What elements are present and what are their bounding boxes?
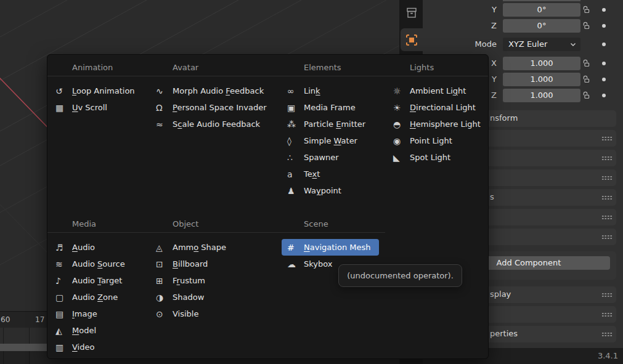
keyframe-dot[interactable] [602, 62, 606, 65]
menu-item-label: Audio [72, 243, 95, 252]
menu-item-shadow[interactable]: ◑Shadow [150, 289, 273, 305]
menu-item-particle-emitter[interactable]: ⁂Particle Emitter [282, 116, 379, 132]
frame-number: 17 [35, 315, 44, 324]
keyframe-dot[interactable] [602, 94, 606, 97]
tab-tool[interactable] [401, 2, 423, 23]
menu-item-label: Audio Source [72, 259, 125, 269]
menu-item-list: ∿Morph Audio FeedbackΩPersonal Space Inv… [148, 76, 279, 132]
menu-item-label: Scale Audio Feedback [173, 119, 260, 129]
morph-curve-icon: ∿ [156, 87, 173, 95]
menu-item-audio[interactable]: ♬Audio [50, 239, 142, 256]
menu-item-spawner[interactable]: ∴Spawner [282, 149, 379, 166]
menu-item-label: Model [72, 326, 96, 335]
scale-wave-icon: ≈ [156, 120, 173, 129]
audio-zone-cube-icon: ▢ [55, 293, 72, 302]
partial-field [503, 0, 580, 1]
tab-object-properties[interactable] [401, 28, 423, 51]
drag-grip-icon[interactable] [601, 293, 613, 297]
audio-waves-icon: ≋ [55, 260, 72, 269]
menu-item-link[interactable]: ∞Link [282, 83, 379, 99]
drag-grip-icon[interactable] [601, 176, 613, 180]
menu-item-label: Waypoint [304, 186, 341, 195]
menu-item-audio-target[interactable]: ♪Audio Target [50, 272, 142, 289]
scale-y-field[interactable]: 1.000 [503, 73, 580, 86]
menu-item-ammo-shape[interactable]: ◬Ammo Shape [150, 239, 273, 256]
scale-z-field[interactable]: 1.000 [503, 89, 580, 102]
drag-grip-icon[interactable] [601, 235, 613, 240]
drag-grip-icon[interactable] [601, 195, 613, 200]
keyframe-dot[interactable] [602, 8, 606, 12]
unlock-icon[interactable] [582, 59, 592, 68]
mode-label: Mode [423, 38, 497, 51]
menu-item-image[interactable]: ▤Image [50, 305, 142, 322]
ambient-light-icon: ☼ [393, 87, 410, 95]
menu-item-audio-source[interactable]: ≋Audio Source [50, 256, 142, 272]
menu-item-audio-zone[interactable]: ▢Audio Zone [50, 289, 142, 305]
menu-item-label: Text [304, 169, 320, 179]
scale-x-field[interactable]: 1.000 [503, 57, 580, 70]
menu-item-text[interactable]: aText [282, 166, 379, 182]
menu-item-list: ♬Audio≋Audio Source♪Audio Target▢Audio Z… [47, 233, 148, 355]
frame-number: 60 [1, 315, 10, 324]
menu-item-ambient-light[interactable]: ☼Ambient Light [388, 83, 483, 99]
add-menu: Animation↺Loop Animation▦Uv ScrollAvatar… [47, 54, 489, 359]
unlock-icon[interactable] [582, 21, 592, 31]
menu-item-hemisphere-light[interactable]: ◓Hemisphere Light [388, 116, 483, 132]
water-droplet-icon: ◊ [287, 137, 304, 145]
archive-box-icon [405, 7, 418, 19]
menu-item-model[interactable]: ◭Model [50, 322, 142, 339]
drag-grip-icon[interactable] [601, 215, 613, 220]
keyframe-dot[interactable] [602, 42, 606, 46]
billboard-icon: ⊡ [156, 260, 173, 269]
drag-grip-icon[interactable] [601, 312, 613, 317]
unlock-icon[interactable] [582, 5, 592, 15]
unlock-icon[interactable] [582, 75, 592, 84]
invader-icon: Ω [156, 103, 173, 112]
menu-item-loop-animation[interactable]: ↺Loop Animation [50, 83, 142, 99]
menu-item-label: Shadow [173, 293, 204, 302]
directional-light-icon: ☀ [393, 103, 410, 112]
menu-item-label: Morph Audio Feedback [173, 86, 264, 95]
menu-item-media-frame[interactable]: ▣Media Frame [282, 99, 379, 116]
menu-item-visible[interactable]: ⊙Visible [150, 305, 273, 322]
drag-grip-icon[interactable] [601, 156, 613, 161]
menu-item-label: Spot Light [410, 153, 450, 162]
menu-item-simple-water[interactable]: ◊Simple Water [282, 132, 379, 149]
menu-item-scale-audio-feedback[interactable]: ≈Scale Audio Feedback [150, 116, 273, 132]
menu-item-navigation-mesh[interactable]: #Navigation Mesh [282, 239, 379, 256]
menu-item-label: Link [304, 86, 320, 95]
menu-item-billboard[interactable]: ⊡Billboard [150, 256, 273, 272]
link-icon: ∞ [287, 87, 304, 95]
keyframe-dot[interactable] [602, 78, 606, 81]
rotation-y-field[interactable]: 0° [503, 3, 580, 17]
menu-item-personal-space-invader[interactable]: ΩPersonal Space Invader [150, 99, 273, 116]
navigation-mesh-icon: # [287, 243, 304, 252]
drag-grip-icon[interactable] [601, 136, 613, 141]
menu-item-label: Ammo Shape [173, 243, 226, 252]
menu-item-directional-light[interactable]: ☀Directional Light [388, 99, 483, 116]
menu-item-label: Loop Animation [72, 86, 135, 95]
particle-emitter-icon: ⁂ [287, 120, 304, 129]
unlock-icon[interactable] [582, 91, 592, 100]
menu-item-frustum[interactable]: ⊞Frustum [150, 272, 273, 289]
menu-item-morph-audio-feedback[interactable]: ∿Morph Audio Feedback [150, 83, 273, 99]
menu-item-uv-scroll[interactable]: ▦Uv Scroll [50, 99, 142, 116]
menu-item-label: Simple Water [304, 136, 357, 145]
rotation-z-label: Z [423, 19, 497, 33]
menu-item-video[interactable]: ▥Video [50, 339, 142, 355]
menu-item-waypoint[interactable]: ♟Waypoint [282, 182, 379, 199]
mode-select[interactable]: XYZ Euler [503, 38, 580, 51]
rotation-z-field[interactable]: 0° [503, 19, 580, 33]
frame-gridline [3, 351, 4, 364]
waypoint-icon: ♟ [287, 187, 304, 195]
drag-grip-icon[interactable] [601, 332, 613, 337]
menu-column-title: Elements [279, 55, 385, 76]
rotation-y-row: Y0° [423, 3, 623, 17]
menu-item-point-light[interactable]: ◉Point Light [388, 132, 483, 149]
keyframe-dot[interactable] [602, 24, 606, 28]
menu-item-label: Spawner [304, 153, 339, 162]
menu-item-label: Directional Light [410, 103, 476, 112]
menu-item-spot-light[interactable]: ◣Spot Light [388, 149, 483, 166]
frustum-icon: ⊞ [156, 277, 173, 285]
rotation-z-row: Z0° [423, 19, 623, 33]
